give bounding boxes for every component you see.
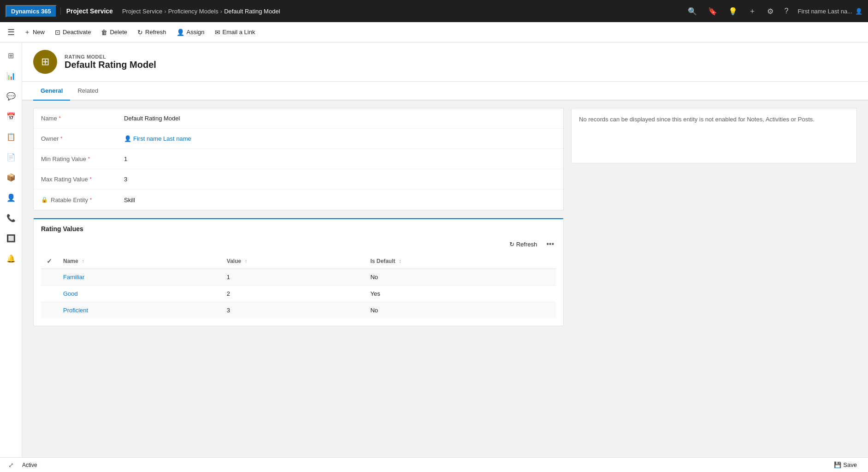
form-section-fields: Name * Default Rating Model Owner * 👤 xyxy=(33,108,564,210)
user-name-label: First name Last na... xyxy=(798,8,853,15)
field-max-rating: Max Rating Value * 3 xyxy=(34,169,563,190)
rv-toolbar: ↻ Refresh ••• xyxy=(34,236,563,254)
form-right: No records can be displayed since this e… xyxy=(571,108,857,326)
rv-more-button[interactable]: ••• xyxy=(544,238,556,250)
table-row: Good 2 Yes xyxy=(41,286,556,302)
record-type-label: RATING MODEL xyxy=(65,54,156,60)
row-name-cell: Proficient xyxy=(58,302,221,319)
field-name-label: Name xyxy=(41,115,57,122)
breadcrumb: Project Service › Proficiency Models › D… xyxy=(122,8,280,15)
sidenav-people-button[interactable]: 👤 xyxy=(2,188,20,207)
field-max-value: 3 xyxy=(124,176,556,183)
refresh-button[interactable]: ↻ Refresh xyxy=(133,26,171,39)
tab-related[interactable]: Related xyxy=(70,82,106,101)
col-isdefault-header[interactable]: Is Default ↕ xyxy=(365,254,556,269)
no-records-text: No records can be displayed since this e… xyxy=(579,116,849,123)
settings-icon-button[interactable]: ⚙ xyxy=(765,5,775,18)
select-all-checkbox[interactable]: ✓ xyxy=(47,257,52,265)
required-indicator: * xyxy=(59,116,61,121)
email-link-button[interactable]: ✉ Email a Link xyxy=(210,26,260,39)
top-navigation: Dynamics 365 Project Service Project Ser… xyxy=(0,0,868,22)
form-content: Name * Default Rating Model Owner * 👤 xyxy=(22,101,868,334)
delete-label: Delete xyxy=(110,29,127,36)
sidenav-calendar-button[interactable]: 📅 xyxy=(2,107,20,125)
side-navigation: ⊞ 📊 💬 📅 📋 📄 📦 👤 📞 🔲 🔔 xyxy=(0,42,22,457)
sidenav-items-button[interactable]: 📦 xyxy=(2,168,20,186)
sidenav-notifications-button[interactable]: 🔔 xyxy=(2,249,20,268)
dynamics-brand-button[interactable]: Dynamics 365 xyxy=(6,5,57,18)
assign-icon: 👤 xyxy=(177,29,184,36)
breadcrumb-current: Default Rating Model xyxy=(224,8,280,15)
refresh-label: Refresh xyxy=(145,29,166,36)
sidenav-home-button[interactable]: ⊞ xyxy=(2,46,20,65)
row-name-link[interactable]: Good xyxy=(63,290,78,297)
rating-values-header: Rating Values xyxy=(34,220,563,236)
record-header: ⊞ RATING MODEL Default Rating Model xyxy=(22,42,868,82)
col-value-header[interactable]: Value ↑ xyxy=(221,254,365,269)
required-indicator-ratable: * xyxy=(90,197,92,203)
help-icon-button[interactable]: ? xyxy=(783,5,791,17)
command-bar: ☰ ＋ New ⊡ Deactivate 🗑 Delete ↻ Refresh … xyxy=(0,22,868,42)
bookmark-icon-button[interactable]: 🔖 xyxy=(706,5,719,18)
field-owner: Owner * 👤 First name Last name xyxy=(34,129,563,149)
main-layout: ⊞ 📊 💬 📅 📋 📄 📦 👤 📞 🔲 🔔 ⊞ RATING MODEL Def… xyxy=(0,42,868,457)
hamburger-button[interactable]: ☰ xyxy=(4,24,18,40)
row-checkbox-cell[interactable] xyxy=(41,302,58,319)
rating-values-table-container: ✓ Name ↑ Value ↑ xyxy=(34,254,563,326)
content-area: ⊞ RATING MODEL Default Rating Model Gene… xyxy=(22,42,868,457)
deactivate-button[interactable]: ⊡ Deactivate xyxy=(50,26,95,39)
email-label: Email a Link xyxy=(223,29,255,36)
sidenav-activity-button[interactable]: 💬 xyxy=(2,87,20,105)
delete-button[interactable]: 🗑 Delete xyxy=(96,26,132,39)
right-panel: No records can be displayed since this e… xyxy=(571,108,857,163)
sidenav-list-button[interactable]: 📋 xyxy=(2,127,20,146)
row-checkbox-cell[interactable] xyxy=(41,286,58,302)
field-name-value: Default Rating Model xyxy=(124,115,556,122)
row-value-cell: 3 xyxy=(221,302,365,319)
table-header-row: ✓ Name ↑ Value ↑ xyxy=(41,254,556,269)
required-indicator-owner: * xyxy=(60,136,62,141)
sidenav-calls-button[interactable]: 📞 xyxy=(2,209,20,227)
row-isdefault-cell: Yes xyxy=(365,286,556,302)
row-name-link[interactable]: Familiar xyxy=(63,274,84,281)
sidenav-tiles-button[interactable]: 🔲 xyxy=(2,229,20,247)
record-title-area: RATING MODEL Default Rating Model xyxy=(65,54,156,70)
app-name-label: Project Service xyxy=(60,7,118,15)
row-name-cell: Familiar xyxy=(58,269,221,286)
owner-person-icon: 👤 xyxy=(124,135,131,142)
assign-button[interactable]: 👤 Assign xyxy=(172,26,209,39)
sidenav-documents-button[interactable]: 📄 xyxy=(2,148,20,166)
new-button[interactable]: ＋ New xyxy=(19,25,49,39)
rating-values-table: ✓ Name ↑ Value ↑ xyxy=(41,254,556,318)
plus-icon-button[interactable]: ＋ xyxy=(747,5,758,18)
row-checkbox-cell[interactable] xyxy=(41,269,58,286)
top-nav-right: 🔍 🔖 💡 ＋ ⚙ ? First name Last na... 👤 xyxy=(686,5,862,18)
lock-icon: 🔒 xyxy=(41,197,48,203)
sidenav-recent-button[interactable]: 📊 xyxy=(2,66,20,85)
rv-refresh-label: Refresh xyxy=(516,241,537,248)
field-owner-value[interactable]: 👤 First name Last name xyxy=(124,135,556,142)
required-indicator-max: * xyxy=(90,177,92,182)
rv-refresh-button[interactable]: ↻ Refresh xyxy=(506,239,541,250)
field-ratable-entity: 🔒 Ratable Entity * Skill xyxy=(34,190,563,210)
user-avatar-icon: 👤 xyxy=(855,8,862,15)
field-ratable-value: Skill xyxy=(124,197,556,203)
row-isdefault-cell: No xyxy=(365,269,556,286)
field-owner-label: Owner xyxy=(41,135,59,142)
tab-general[interactable]: General xyxy=(33,82,70,101)
record-avatar: ⊞ xyxy=(33,50,57,74)
rv-refresh-icon: ↻ xyxy=(509,241,514,248)
col-select-all[interactable]: ✓ xyxy=(41,254,58,269)
row-value-cell: 2 xyxy=(221,286,365,302)
new-icon: ＋ xyxy=(24,28,30,36)
col-name-header[interactable]: Name ↑ xyxy=(58,254,221,269)
breadcrumb-proficiency-models[interactable]: Proficiency Models xyxy=(168,8,218,15)
bulb-icon-button[interactable]: 💡 xyxy=(726,5,739,18)
search-icon-button[interactable]: 🔍 xyxy=(686,5,699,18)
sort-name-icon: ↑ xyxy=(82,258,84,264)
form-left: Name * Default Rating Model Owner * 👤 xyxy=(33,108,564,326)
row-name-link[interactable]: Proficient xyxy=(63,307,88,314)
sort-isdefault-icon: ↕ xyxy=(399,258,402,264)
breadcrumb-project-service[interactable]: Project Service xyxy=(122,8,162,15)
user-info[interactable]: First name Last na... 👤 xyxy=(798,8,863,15)
